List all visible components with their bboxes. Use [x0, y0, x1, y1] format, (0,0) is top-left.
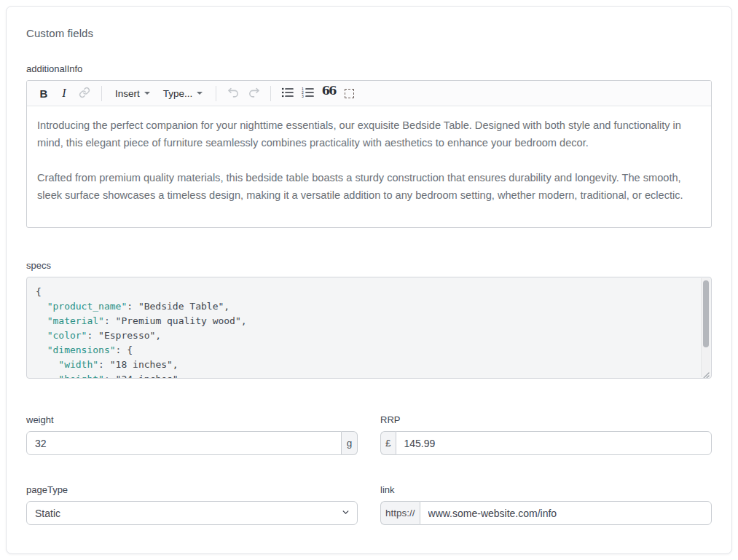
svg-text:3: 3 [302, 94, 304, 98]
bold-button[interactable]: B [34, 84, 53, 103]
additional-info-label: additionalInfo [26, 63, 712, 74]
blockquote-button[interactable]: 66 [319, 84, 338, 103]
link-field: link https:// [380, 484, 712, 525]
undo-button[interactable] [224, 84, 243, 103]
insert-dropdown[interactable]: Insert [109, 84, 156, 103]
link-icon [79, 87, 90, 100]
scrollbar-thumb[interactable] [703, 280, 709, 347]
redo-button[interactable] [244, 84, 263, 103]
weight-unit-addon: g [342, 431, 358, 455]
rich-text-editor: B I Insert Type... [26, 80, 712, 228]
type-dropdown[interactable]: Type... [157, 84, 209, 103]
rrp-field: RRP £ [380, 414, 712, 455]
bullet-list-icon [281, 87, 294, 100]
dashed-square-icon [345, 89, 354, 98]
specs-code: { "product_name": "Bedside Table", "mate… [27, 277, 711, 379]
specs-editor[interactable]: { "product_name": "Bedside Table", "mate… [26, 277, 712, 379]
specs-scrollbar[interactable] [701, 278, 710, 377]
additional-info-field: additionalInfo B I Insert [26, 63, 712, 228]
link-button[interactable] [75, 84, 94, 103]
link-input[interactable] [420, 501, 712, 525]
specs-field: specs { "product_name": "Bedside Table",… [26, 260, 712, 379]
link-protocol-addon: https:// [380, 501, 420, 525]
redo-icon [248, 86, 260, 100]
custom-fields-card: Custom fields additionalInfo B I Ins [6, 6, 732, 554]
numbered-list-icon: 1 2 3 [302, 87, 315, 100]
toolbar-divider [270, 86, 271, 101]
chevron-down-icon [197, 92, 203, 95]
card-title: Custom fields [26, 27, 712, 39]
type-dropdown-label: Type... [163, 88, 193, 99]
rrp-input[interactable] [396, 431, 712, 455]
editor-paragraph: Crafted from premium quality materials, … [37, 169, 701, 204]
blockquote-icon: 66 [322, 85, 336, 101]
pagetype-select[interactable]: Static [26, 501, 358, 525]
resize-handle-icon[interactable] [702, 368, 710, 376]
bullet-list-button[interactable] [278, 84, 297, 103]
editor-paragraph: Introducing the perfect companion for yo… [37, 117, 701, 151]
weight-field: weight g [26, 414, 358, 455]
rrp-currency-addon: £ [380, 431, 396, 455]
link-label: link [380, 484, 712, 495]
numbered-list-button[interactable]: 1 2 3 [299, 84, 318, 103]
specs-label: specs [26, 260, 712, 271]
toolbar-divider [216, 86, 216, 101]
undo-icon [227, 86, 240, 100]
insert-dropdown-label: Insert [115, 88, 140, 99]
weight-label: weight [26, 414, 358, 425]
rich-text-toolbar: B I Insert Type... [27, 81, 711, 106]
chevron-down-icon [144, 92, 150, 95]
embed-button[interactable] [339, 84, 358, 103]
weight-input[interactable] [26, 431, 342, 455]
pagetype-label: pageType [26, 484, 358, 495]
rrp-label: RRP [380, 414, 712, 425]
italic-button[interactable]: I [55, 84, 74, 103]
toolbar-divider [101, 86, 102, 101]
pagetype-field: pageType Static [26, 484, 358, 525]
rich-text-content[interactable]: Introducing the perfect companion for yo… [27, 106, 711, 227]
